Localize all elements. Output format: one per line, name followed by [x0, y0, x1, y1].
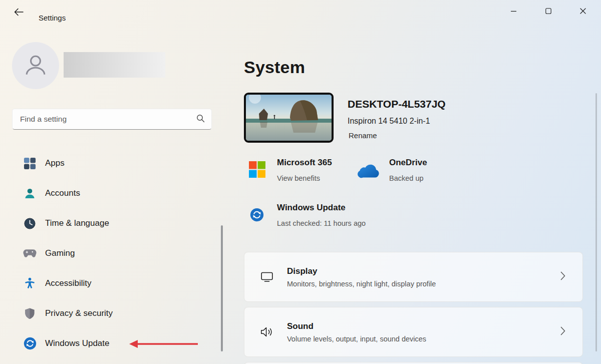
card-subtitle: Volume levels, output, input, sound devi… [287, 335, 426, 343]
sidebar-item-label: Accessibility [45, 278, 92, 288]
sidebar-item-label: Privacy & security [45, 308, 113, 318]
windows-update-icon[interactable] [250, 208, 264, 224]
sidebar-item-apps[interactable]: Apps [5, 153, 219, 173]
sidebar-item-privacy-security[interactable]: Privacy & security [5, 303, 219, 323]
sidebar-item-windows-update[interactable]: Windows Update [5, 333, 219, 353]
close-button[interactable] [565, 0, 600, 23]
main-scrollbar[interactable] [595, 93, 597, 351]
sidebar-item-gaming[interactable]: Gaming [5, 243, 219, 263]
onedrive-icon[interactable] [358, 164, 380, 180]
sidebar-item-accounts[interactable]: Accounts [5, 183, 219, 203]
settings-window: Settings Apps [0, 0, 601, 364]
maximize-icon [545, 8, 551, 16]
back-arrow-icon [14, 8, 24, 18]
gaming-icon [23, 247, 37, 260]
apps-icon [23, 157, 37, 170]
close-icon [580, 8, 586, 16]
search-input[interactable] [19, 114, 196, 124]
sidebar-item-label: Time & language [45, 218, 109, 228]
chevron-right-icon [560, 326, 565, 337]
card-display[interactable]: Display Monitors, brightness, night ligh… [244, 252, 583, 302]
accounts-icon [23, 187, 37, 200]
window-controls [496, 0, 600, 23]
minimize-icon [511, 8, 516, 16]
minimize-button[interactable] [496, 0, 531, 23]
settings-cards: Display Monitors, brightness, night ligh… [244, 252, 583, 364]
sound-icon [260, 325, 274, 339]
microsoft-365-title: Microsoft 365 [277, 158, 332, 168]
sidebar-item-label: Windows Update [45, 338, 110, 348]
accessibility-icon [23, 277, 37, 290]
search-icon [196, 114, 205, 125]
card-title: Display [287, 266, 436, 276]
privacy-security-icon [23, 307, 37, 320]
card-title: Sound [287, 321, 426, 331]
onedrive-status: Backed up [389, 174, 424, 182]
time-language-icon [23, 217, 37, 230]
sidebar-item-label: Apps [45, 158, 65, 168]
card-sound[interactable]: Sound Volume levels, output, input, soun… [244, 307, 583, 357]
view-benefits-link[interactable]: View benefits [277, 174, 320, 182]
windows-update-title[interactable]: Windows Update [277, 203, 346, 213]
device-model: Inspiron 14 5410 2-in-1 [348, 117, 430, 126]
user-name-redacted [64, 52, 165, 78]
windows-update-status: Last checked: 11 hours ago [277, 219, 366, 227]
maximize-button[interactable] [531, 0, 565, 23]
titlebar: Settings [0, 0, 601, 24]
sidebar-item-time-language[interactable]: Time & language [5, 213, 219, 233]
chevron-right-icon [560, 271, 565, 282]
sidebar-item-label: Gaming [45, 248, 75, 258]
device-thumbnail [244, 93, 334, 143]
beach-photo [246, 95, 332, 141]
onedrive-title: OneDrive [389, 158, 427, 168]
back-button[interactable] [10, 7, 27, 19]
sidebar-item-accessibility[interactable]: Accessibility [5, 273, 219, 293]
search-box [12, 109, 212, 130]
microsoft-365-icon[interactable] [249, 161, 265, 180]
sidebar-item-label: Accounts [45, 188, 80, 198]
sidebar-scrollbar[interactable] [221, 225, 223, 351]
windows-update-icon [23, 337, 37, 350]
page-title: System [244, 58, 305, 77]
window-title: Settings [39, 14, 66, 22]
person-icon [24, 53, 48, 79]
user-avatar[interactable] [12, 42, 59, 89]
card-subtitle: Monitors, brightness, night light, displ… [287, 280, 436, 288]
rename-button[interactable]: Rename [349, 131, 377, 140]
device-name: DESKTOP-4L537JQ [348, 98, 446, 110]
display-icon [260, 270, 274, 284]
sidebar-nav: Apps Accounts Time & language Gaming Acc… [5, 153, 219, 363]
card-partial[interactable] [244, 362, 583, 364]
